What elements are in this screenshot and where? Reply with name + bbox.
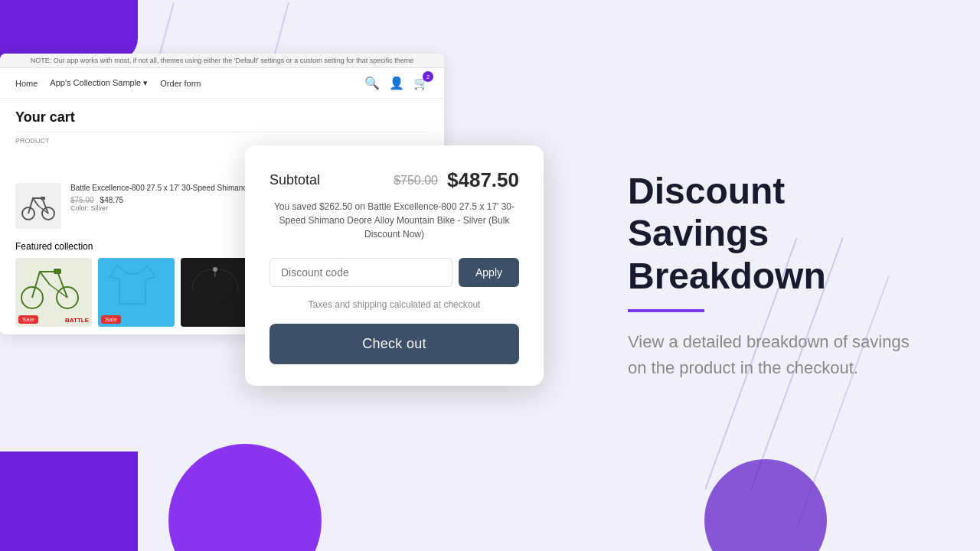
sale-badge-bike: Sale bbox=[18, 315, 38, 324]
subtotal-prices: $750.00 $487.50 bbox=[394, 168, 519, 192]
bg-purple-top-left bbox=[0, 0, 138, 61]
discount-row: Apply bbox=[270, 258, 519, 287]
tax-note: Taxes and shipping calculated at checkou… bbox=[270, 299, 519, 310]
svg-rect-11 bbox=[185, 290, 200, 296]
svg-line-2 bbox=[33, 198, 38, 206]
featured-item-shirt[interactable]: Sale bbox=[98, 258, 175, 327]
nav-order-form[interactable]: Order form bbox=[160, 78, 201, 88]
product-original-price: $75.00 bbox=[70, 196, 94, 204]
cart-icon-wrap[interactable]: 🛒 2 bbox=[413, 76, 429, 90]
notice-bar: NOTE: Our app works with most, if not al… bbox=[0, 54, 444, 68]
shop-navigation: Home App's Collection Sample ▾ Order for… bbox=[0, 68, 444, 99]
right-panel: Discount Savings Breakdown View a detail… bbox=[582, 0, 980, 551]
sale-badge-shirt: Sale bbox=[101, 315, 121, 324]
nav-collection[interactable]: App's Collection Sample ▾ bbox=[50, 78, 148, 88]
heading-body: View a detailed breakdown of savings on … bbox=[628, 329, 919, 381]
svg-rect-9 bbox=[54, 269, 61, 274]
bg-circle-bottom bbox=[168, 444, 322, 551]
savings-text: You saved $262.50 on Battle Excellence-8… bbox=[270, 200, 519, 241]
product-sale-price: $48.75 bbox=[100, 196, 124, 204]
heading-underline bbox=[628, 309, 704, 312]
product-image bbox=[15, 183, 61, 229]
discount-input[interactable] bbox=[270, 258, 452, 287]
nav-icons: 🔍 👤 🛒 2 bbox=[364, 76, 429, 90]
apply-button[interactable]: Apply bbox=[459, 258, 519, 287]
popup-modal: Subtotal $750.00 $487.50 You saved $262.… bbox=[245, 145, 544, 386]
subtotal-original-price: $750.00 bbox=[394, 174, 438, 187]
subtotal-row: Subtotal $750.00 $487.50 bbox=[270, 168, 519, 192]
svg-point-13 bbox=[213, 267, 217, 272]
subtotal-label: Subtotal bbox=[270, 172, 320, 188]
search-icon[interactable]: 🔍 bbox=[364, 76, 380, 90]
account-icon[interactable]: 👤 bbox=[389, 76, 404, 90]
svg-line-7 bbox=[40, 272, 50, 285]
nav-links: Home App's Collection Sample ▾ Order for… bbox=[15, 78, 201, 88]
nav-home[interactable]: Home bbox=[15, 78, 38, 88]
checkout-button[interactable]: Check out bbox=[270, 324, 519, 364]
bg-purple-bottom-left bbox=[0, 452, 138, 551]
battle-brand: BATTLE bbox=[65, 317, 89, 324]
subtotal-sale-price: $487.50 bbox=[447, 168, 519, 192]
heading-title: Discount Savings Breakdown bbox=[628, 170, 919, 297]
cart-badge: 2 bbox=[423, 71, 433, 82]
cart-title: Your cart bbox=[15, 109, 429, 126]
featured-item-bike[interactable]: Sale BATTLE bbox=[15, 258, 92, 327]
svg-rect-4 bbox=[41, 197, 45, 200]
